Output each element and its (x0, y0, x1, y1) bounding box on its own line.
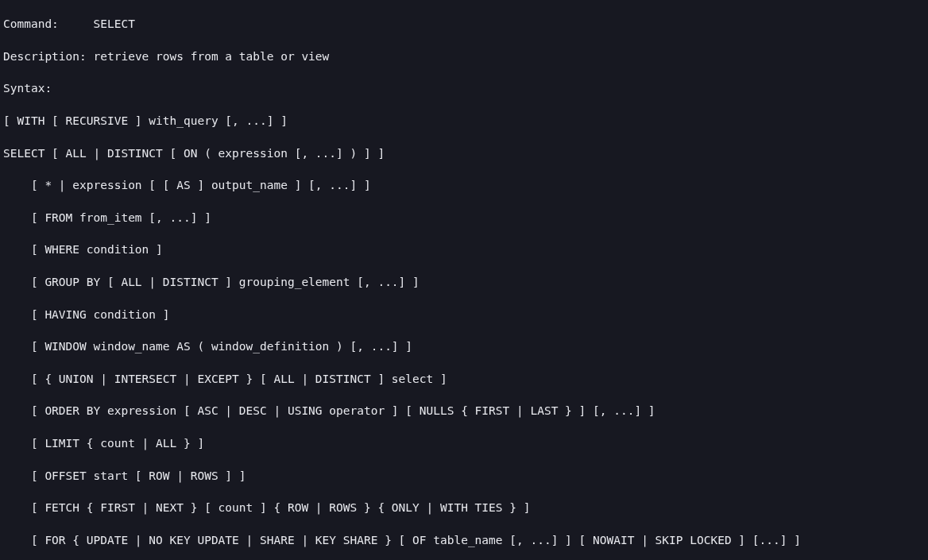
syntax-line: SELECT [ ALL | DISTINCT [ ON ( expressio… (3, 145, 925, 161)
terminal-output: Command: SELECT Description: retrieve ro… (0, 0, 928, 560)
syntax-line: [ FROM from_item [, ...] ] (3, 210, 925, 226)
syntax-line: [ FOR { UPDATE | NO KEY UPDATE | SHARE |… (3, 532, 925, 548)
command-label: Command: (3, 17, 94, 30)
syntax-line: [ WHERE condition ] (3, 241, 925, 257)
syntax-line: [ WITH [ RECURSIVE ] with_query [, ...] … (3, 113, 925, 129)
syntax-line: [ HAVING condition ] (3, 307, 925, 322)
help-syntax-label: Syntax: (3, 80, 925, 96)
syntax-line: [ WINDOW window_name AS ( window_definit… (3, 338, 925, 354)
syntax-line: [ ORDER BY expression [ ASC | DESC | USI… (3, 403, 925, 419)
syntax-line: [ GROUP BY [ ALL | DISTINCT ] grouping_e… (3, 274, 925, 290)
syntax-line: [ OFFSET start [ ROW | ROWS ] ] (3, 468, 925, 484)
description-value: retrieve rows from a table or view (94, 50, 330, 63)
syntax-line: [ * | expression [ [ AS ] output_name ] … (3, 177, 925, 193)
help-description-line: Description: retrieve rows from a table … (3, 48, 925, 64)
syntax-line: [ LIMIT { count | ALL } ] (3, 435, 925, 451)
syntax-line: [ { UNION | INTERSECT | EXCEPT } [ ALL |… (3, 371, 925, 387)
description-label: Description: (3, 50, 94, 63)
command-value: SELECT (94, 17, 135, 30)
syntax-line: [ FETCH { FIRST | NEXT } [ count ] { ROW… (3, 500, 925, 516)
help-command-line: Command: SELECT (3, 16, 925, 32)
